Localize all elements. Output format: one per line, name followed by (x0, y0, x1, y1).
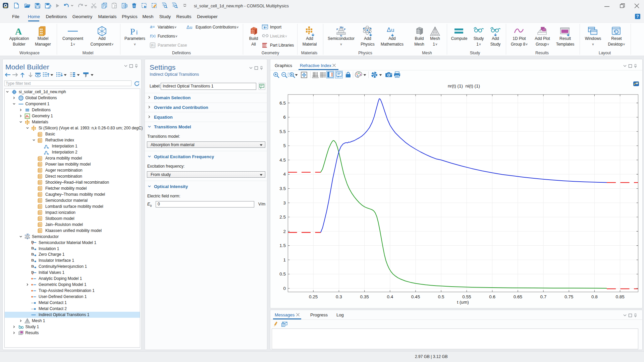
svg-text:a: a (150, 24, 152, 29)
svg-text:u: u (391, 27, 394, 33)
svg-text:P: P (130, 27, 135, 37)
svg-text:nr(t) (1) ni(t) (1): nr(t) (1) ni(t) (1) (448, 83, 480, 88)
svg-text:0.5: 0.5 (438, 294, 444, 299)
svg-text:u: u (190, 25, 192, 30)
svg-text:0.5: 0.5 (279, 272, 286, 277)
svg-text:P: P (336, 28, 338, 31)
svg-text:3.5: 3.5 (279, 186, 286, 191)
svg-text:4.5: 4.5 (279, 158, 286, 163)
svg-text:0.8: 0.8 (591, 294, 598, 299)
svg-text:Δ: Δ (186, 24, 190, 29)
svg-text:5: 5 (283, 143, 286, 148)
svg-text:=: = (153, 25, 155, 29)
svg-text:1: 1 (283, 257, 286, 262)
svg-text:6.5: 6.5 (279, 101, 286, 106)
svg-text:P: P (344, 28, 346, 31)
svg-text:0.6: 0.6 (489, 294, 495, 299)
svg-text:Δ: Δ (387, 26, 391, 33)
svg-text:0.3: 0.3 (336, 294, 342, 299)
svg-text:i: i (154, 44, 154, 47)
svg-text:0.85: 0.85 (615, 294, 624, 299)
svg-text:0.35: 0.35 (360, 294, 369, 299)
svg-text:2: 2 (283, 229, 286, 234)
svg-text:0: 0 (283, 286, 286, 291)
svg-text:1.5: 1.5 (279, 243, 286, 248)
svg-text:A: A (15, 26, 22, 37)
svg-text:2.5: 2.5 (279, 215, 286, 220)
svg-text:4: 4 (283, 172, 286, 177)
svg-text:P: P (151, 43, 153, 47)
svg-text:0.45: 0.45 (411, 294, 420, 299)
svg-text:0.25: 0.25 (309, 294, 318, 299)
svg-text:D: D (31, 240, 34, 244)
svg-text:0.55: 0.55 (462, 294, 471, 299)
svg-text:D: D (31, 270, 34, 274)
svg-text:i: i (136, 29, 138, 36)
svg-text:0.4: 0.4 (387, 294, 393, 299)
svg-text:P: P (29, 235, 30, 236)
svg-text:0.7: 0.7 (540, 294, 547, 299)
svg-text:0.75: 0.75 (565, 294, 573, 299)
svg-text:0.65: 0.65 (514, 294, 522, 299)
svg-text:5.5: 5.5 (279, 129, 286, 134)
svg-text:(x): (x) (152, 34, 156, 38)
svg-text:t (um): t (um) (457, 300, 469, 305)
svg-text:3: 3 (283, 200, 286, 205)
svg-text:P: P (25, 235, 26, 236)
svg-text:Me: Me (340, 26, 344, 29)
svg-text:6: 6 (283, 115, 286, 120)
svg-text:N: N (27, 238, 28, 239)
